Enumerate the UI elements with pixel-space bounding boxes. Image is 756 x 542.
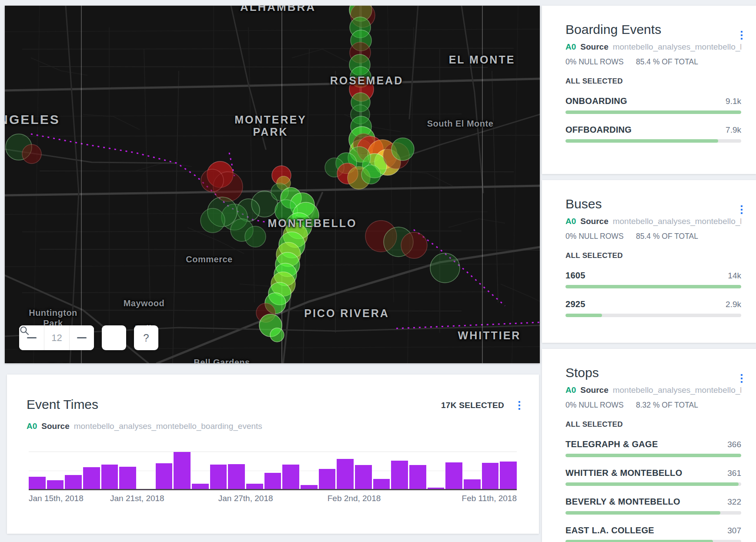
filter-row[interactable]: ONBOARDING9.1k (565, 96, 741, 114)
histogram-bar[interactable] (301, 485, 318, 489)
histogram-bar[interactable] (409, 465, 426, 489)
histogram-bar[interactable] (83, 467, 100, 489)
filter-row[interactable]: EAST L.A. COLLEGE307 (565, 525, 741, 542)
filter-row[interactable]: 160514k (565, 271, 741, 288)
progress-fill (565, 482, 739, 486)
filter-row[interactable]: 29252.9k (565, 299, 741, 317)
source-tag: A0 (565, 385, 576, 395)
axis-tick-label: Feb 2nd, 2018 (328, 494, 381, 503)
progress-fill (565, 110, 741, 114)
event-circle-dg (201, 208, 225, 233)
filter-row[interactable]: BEVERLY & MONTEBELLO322 (565, 497, 741, 515)
pct-total-stat: 85.4 % OF TOTAL (636, 57, 698, 67)
panel-stats: 0% NULL ROWS 85.4 % OF TOTAL (565, 232, 741, 241)
progress-fill (565, 139, 718, 143)
histogram-axis: Jan 15th, 2018Jan 21st, 2018Jan 27th, 20… (29, 494, 517, 505)
histogram-bar[interactable] (428, 488, 445, 489)
event-circle-ring (430, 253, 460, 283)
selection-status: ALL SELECTED (565, 77, 741, 86)
panel-title: Boarding Events (565, 6, 741, 37)
histogram-bar[interactable] (47, 480, 64, 489)
histogram-bar[interactable] (101, 465, 118, 489)
histogram-bar[interactable] (282, 465, 299, 489)
selection-status: ALL SELECTED (565, 251, 741, 260)
histogram-bar[interactable] (445, 462, 462, 489)
null-rows-stat: 0% NULL ROWS (565, 401, 636, 410)
pct-total-stat: 8.32 % OF TOTAL (636, 401, 698, 410)
panel-menu-button[interactable] (739, 204, 744, 215)
null-rows-stat: 0% NULL ROWS (565, 57, 636, 67)
map-controls: 12 ? (19, 325, 158, 350)
axis-tick-label: Jan 15th, 2018 (29, 494, 84, 503)
panel-menu-button[interactable] (517, 400, 522, 411)
histogram-bar[interactable] (337, 459, 354, 489)
filter-row[interactable]: TELEGRAPH & GAGE366 (565, 439, 741, 457)
source-tag: A0 (565, 217, 576, 226)
histogram-bar[interactable] (156, 463, 173, 489)
source-path: montebello_analyses_montebello_b... (613, 42, 741, 51)
map-place-label: WHITTIER (458, 329, 521, 342)
progress-bar (565, 314, 741, 317)
map-place-label: South El Monte (427, 119, 494, 129)
event-circle-dred (22, 144, 41, 164)
filter-row[interactable]: OFFBOARDING7.9k (565, 125, 741, 143)
event-circle-dg (245, 226, 266, 247)
histogram-bar[interactable] (355, 465, 372, 489)
row-value: 322 (727, 497, 741, 507)
row-label: 1605 (565, 271, 585, 281)
boarding-events-panel: Boarding Events A0Sourcemontebello_analy… (542, 6, 756, 174)
histogram-bar[interactable] (228, 464, 245, 489)
progress-bar (565, 139, 741, 143)
panel-stats: 0% NULL ROWS 8.32 % OF TOTAL (565, 401, 741, 410)
histogram[interactable] (29, 452, 517, 489)
row-label: ONBOARDING (565, 96, 627, 106)
map-place-label: Firestone Park (6, 362, 69, 364)
map-place-label: EL MONTE (449, 54, 515, 66)
row-value: 361 (727, 468, 741, 478)
row-label: 2925 (565, 299, 585, 309)
zoom-control-group: 12 (19, 325, 94, 350)
histogram-bar[interactable] (29, 477, 46, 489)
map-place-label: Maywood (124, 298, 165, 308)
panel-menu-button[interactable] (739, 30, 744, 41)
row-value: 14k (728, 271, 741, 281)
histogram-bar[interactable] (210, 465, 227, 489)
map-place-label: Bell Gardens (194, 358, 250, 364)
event-circle-dred (201, 169, 224, 192)
buses-panel: Buses A0Sourcemontebello_analyses_monteb… (542, 180, 756, 343)
map-place-label: MONTEREY (234, 114, 307, 126)
histogram-bar[interactable] (373, 479, 390, 489)
histogram-bar[interactable] (119, 467, 136, 489)
progress-bar (565, 540, 741, 542)
panel-menu-button[interactable] (739, 373, 744, 384)
filter-rows: TELEGRAPH & GAGE366WHITTIER & MONTEBELLO… (565, 439, 741, 542)
map-place-label: NGELES (5, 112, 60, 127)
histogram-bar[interactable] (319, 469, 336, 489)
histogram-bar[interactable] (482, 463, 499, 489)
histogram-bar[interactable] (500, 462, 517, 489)
map-place-label: PARK (253, 126, 288, 138)
progress-fill (565, 285, 741, 288)
histogram-bar[interactable] (464, 479, 481, 489)
histogram-bar[interactable] (391, 461, 408, 489)
axis-tick-label: Jan 21st, 2018 (110, 494, 164, 503)
histogram-bar[interactable] (192, 484, 209, 489)
histogram-bar[interactable] (65, 475, 82, 489)
row-label: TELEGRAPH & GAGE (565, 439, 658, 449)
help-button[interactable]: ? (134, 325, 158, 350)
null-rows-stat: 0% NULL ROWS (565, 232, 636, 241)
search-button[interactable] (102, 325, 126, 350)
histogram-bar[interactable] (246, 484, 263, 489)
histogram-bar[interactable] (264, 473, 281, 489)
zoom-in-button[interactable] (69, 325, 94, 350)
source-line: A0Sourcemontebello_analyses_montebello_b… (565, 385, 741, 395)
source-tag: A0 (27, 422, 37, 431)
histogram-bar[interactable] (174, 452, 191, 489)
row-value: 307 (727, 526, 741, 535)
axis-tick-label: Feb 11th, 2018 (462, 494, 517, 503)
event-circle-g (391, 138, 414, 161)
map-place-label: ROSEMEAD (330, 74, 403, 87)
map-place-label: ALHAMBRA (240, 6, 316, 14)
source-label: Source (41, 422, 69, 431)
filter-row[interactable]: WHITTIER & MONTEBELLO361 (565, 468, 741, 486)
